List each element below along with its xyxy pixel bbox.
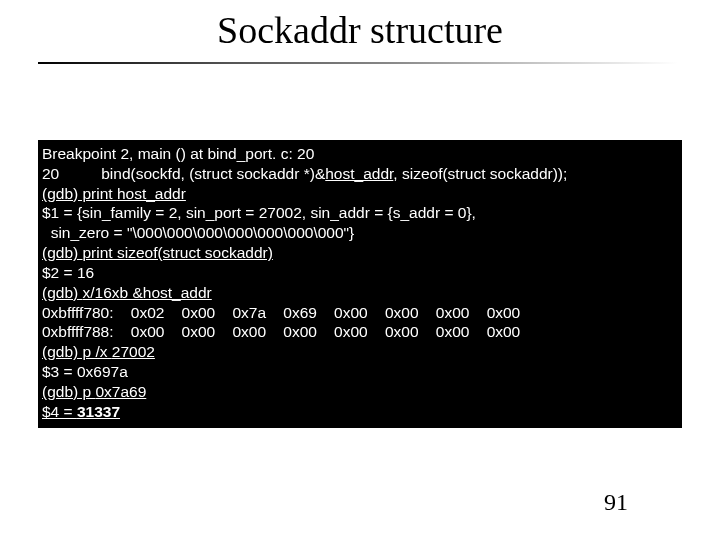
term-line: 20bind(sockfd, (struct sockaddr *)&host_… xyxy=(42,164,678,184)
term-line: 0xbffff780: 0x02 0x00 0x7a 0x69 0x00 0x0… xyxy=(42,303,678,323)
term-line: (gdb) x/16xb &host_addr xyxy=(42,283,678,303)
page-number: 91 xyxy=(604,489,628,516)
term-line: (gdb) print host_addr xyxy=(42,184,678,204)
term-line: sin_zero = "\000\000\000\000\000\000\000… xyxy=(42,223,678,243)
term-line: (gdb) p 0x7a69 xyxy=(42,382,678,402)
slide-title: Sockaddr structure xyxy=(0,0,720,62)
term-line: (gdb) p /x 27002 xyxy=(42,342,678,362)
term-line: Breakpoint 2, main () at bind_port. c: 2… xyxy=(42,144,678,164)
term-line: (gdb) print sizeof(struct sockaddr) xyxy=(42,243,678,263)
term-line: $2 = 16 xyxy=(42,263,678,283)
term-line: $1 = {sin_family = 2, sin_port = 27002, … xyxy=(42,203,678,223)
term-line: $3 = 0x697a xyxy=(42,362,678,382)
term-line: $4 = 31337 xyxy=(42,402,678,422)
term-line: 0xbffff788: 0x00 0x00 0x00 0x00 0x00 0x0… xyxy=(42,322,678,342)
gdb-terminal-block: Breakpoint 2, main () at bind_port. c: 2… xyxy=(38,140,682,428)
title-divider xyxy=(38,62,678,64)
